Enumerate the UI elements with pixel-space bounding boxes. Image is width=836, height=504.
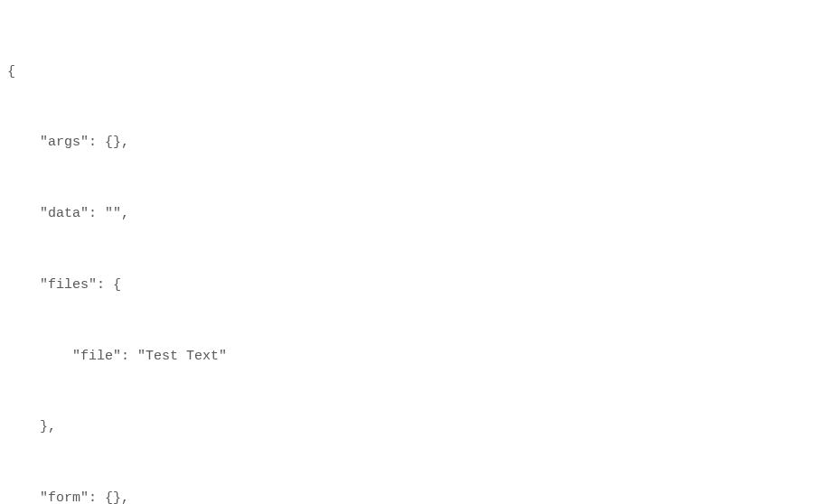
code-line: {	[7, 61, 829, 84]
code-line: "file": "Test Text"	[7, 345, 829, 369]
json-code-block: { "args": {}, "data": "", "files": { "fi…	[7, 13, 829, 504]
code-line: "files": {	[7, 274, 829, 297]
code-line: "data": "",	[7, 202, 829, 226]
code-line: "args": {},	[7, 131, 829, 154]
code-line: },	[7, 415, 829, 439]
code-line: "form": {},	[7, 487, 829, 504]
